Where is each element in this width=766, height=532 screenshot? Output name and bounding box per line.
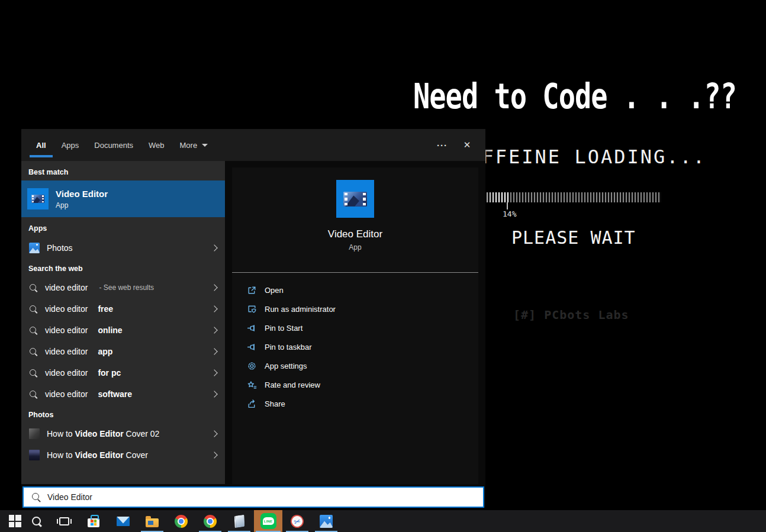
search-icon <box>29 347 38 356</box>
tab-all[interactable]: All <box>28 129 54 161</box>
chevron-right-icon <box>211 369 217 376</box>
share-icon <box>247 399 257 409</box>
chevron-right-icon <box>211 391 217 397</box>
action-share[interactable]: Share <box>232 394 478 413</box>
wallpaper-progress-percent: 14% <box>503 209 516 218</box>
action-app-settings[interactable]: App settings <box>232 356 478 375</box>
search-input[interactable] <box>41 488 483 507</box>
action-pin-to-start[interactable]: Pin to Start <box>232 318 478 337</box>
video-editor-icon <box>27 188 49 209</box>
photo-result[interactable]: How to Video Editor Cover <box>21 444 225 466</box>
scissors-icon: ✂ <box>289 513 305 529</box>
photo-result-text: How to Video Editor Cover 02 <box>47 429 159 439</box>
pin-to-start-icon <box>247 323 257 333</box>
windows-logo-icon <box>9 515 21 527</box>
start-search-window: All Apps Documents Web More ··· ✕ B <box>21 129 485 508</box>
wallpaper-wait-text: PLEASE WAIT <box>511 227 636 248</box>
task-view-icon <box>59 517 69 525</box>
action-label: App settings <box>265 362 307 370</box>
photo-result-text: How to Video Editor Cover <box>47 450 148 460</box>
photo-result[interactable]: How to Video Editor Cover 02 <box>21 423 225 444</box>
app-title: Video Editor <box>232 228 478 240</box>
task-view-button[interactable] <box>51 510 77 532</box>
pin-to-taskbar-icon <box>247 342 257 352</box>
folder-icon <box>146 518 159 527</box>
action-label: Rate and review <box>265 381 320 389</box>
app-type: App <box>232 243 478 252</box>
tab-more[interactable]: More <box>172 129 216 161</box>
web-result-text: video editor <box>45 304 88 314</box>
action-pin-to-taskbar[interactable]: Pin to taskbar <box>232 337 478 356</box>
web-result[interactable]: video editor free <box>21 298 225 320</box>
app-result-photos[interactable]: Photos <box>21 237 225 259</box>
run-as-admin-icon <box>247 304 257 314</box>
chevron-right-icon <box>211 348 217 354</box>
wallpaper-brand: [#] PCbots Labs <box>513 308 629 322</box>
taskbar-screen-capture[interactable]: ✂ <box>284 510 310 532</box>
action-run-as-administrator[interactable]: Run as administrator <box>232 299 478 318</box>
best-match-title: Video Editor <box>56 189 108 199</box>
tab-documents[interactable]: Documents <box>86 129 141 161</box>
divider <box>232 272 478 273</box>
taskbar-search-button[interactable] <box>24 510 50 532</box>
tab-all-label: All <box>36 141 46 150</box>
photos-app-icon <box>29 243 40 253</box>
photo-thumbnail <box>29 428 40 439</box>
web-result[interactable]: video editor app <box>21 341 225 362</box>
search-icon <box>29 283 38 292</box>
wallpaper-progress-fill <box>487 192 508 202</box>
web-result-bold: app <box>98 347 112 356</box>
taskbar-microsoft-store[interactable] <box>81 510 107 532</box>
apps-header: Apps <box>21 217 225 237</box>
taskbar-photos[interactable] <box>313 510 339 532</box>
search-icon <box>29 390 38 399</box>
wallpaper-loading-text: CAFFEINE LOADING... <box>456 146 706 168</box>
best-match-result[interactable]: Video Editor App <box>21 180 225 217</box>
search-box <box>22 486 484 508</box>
web-result-text: video editor <box>45 368 88 378</box>
taskbar-file-explorer[interactable] <box>139 510 165 532</box>
tab-web-label: Web <box>149 141 165 150</box>
chevron-right-icon <box>211 244 217 251</box>
web-result[interactable]: video editor software <box>21 383 225 405</box>
search-results-panel: Best match Video Editor App Apps Photos <box>21 161 225 484</box>
action-label: Run as administrator <box>265 305 336 314</box>
wallpaper-progress-tick <box>507 202 508 209</box>
search-icon <box>29 369 38 378</box>
action-open[interactable]: Open <box>232 280 478 299</box>
web-result-bold: online <box>98 325 122 335</box>
best-match-type: App <box>56 201 108 209</box>
web-result-bold: free <box>98 304 113 314</box>
action-label: Pin to Start <box>265 324 302 333</box>
more-options-button[interactable]: ··· <box>433 136 451 154</box>
wallpaper-progress-bar <box>487 192 661 202</box>
video-editor-icon <box>336 180 374 218</box>
taskbar-line[interactable]: LINE <box>254 510 282 532</box>
action-rate-and-review[interactable]: Rate and review <box>232 375 478 394</box>
taskbar-mail[interactable] <box>110 510 136 532</box>
search-icon <box>29 326 38 335</box>
web-result-bold: for pc <box>98 368 121 378</box>
web-result[interactable]: video editor for pc <box>21 362 225 383</box>
tab-apps-label: Apps <box>62 141 79 150</box>
search-filter-tabs: All Apps Documents Web More ··· ✕ <box>21 129 485 161</box>
search-icon <box>31 492 41 502</box>
taskbar-chrome-1[interactable] <box>168 510 194 532</box>
line-label: LINE <box>264 520 272 523</box>
web-result[interactable]: video editor - See web results <box>21 277 225 298</box>
web-result[interactable]: video editor online <box>21 320 225 341</box>
mail-envelope-icon <box>117 517 130 526</box>
app-actions-list: Open Run as administrator Pin to Start <box>232 280 478 413</box>
tab-apps[interactable]: Apps <box>54 129 87 161</box>
photo-thumbnail <box>29 450 40 460</box>
taskbar-notepad[interactable] <box>226 510 252 532</box>
web-result-note: - See web results <box>99 283 154 292</box>
active-tab-underline <box>30 155 53 157</box>
taskbar-chrome-2[interactable] <box>197 510 223 532</box>
close-button[interactable]: ✕ <box>458 136 476 154</box>
notepad-icon <box>234 514 244 527</box>
tab-web[interactable]: Web <box>141 129 172 161</box>
chevron-right-icon <box>211 284 217 291</box>
web-result-bold: software <box>98 389 132 399</box>
rate-review-icon <box>247 380 257 390</box>
